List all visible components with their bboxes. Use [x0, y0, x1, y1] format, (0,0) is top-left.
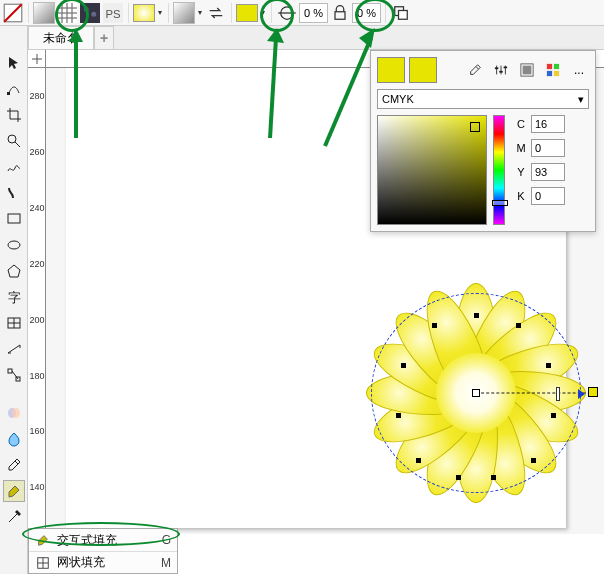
- flower-object[interactable]: [346, 263, 604, 523]
- secondary-color-swatch[interactable]: [409, 57, 437, 83]
- c-input[interactable]: [531, 115, 565, 133]
- ellipse-tool[interactable]: [3, 234, 25, 256]
- hue-indicator[interactable]: [492, 200, 508, 206]
- edit-node[interactable]: [531, 458, 536, 463]
- sliders-icon[interactable]: [491, 60, 511, 80]
- zoom-tool[interactable]: [3, 130, 25, 152]
- interactive-fill-tool[interactable]: [3, 480, 25, 502]
- ruler-tick: 160: [28, 426, 46, 436]
- svg-point-20: [8, 135, 16, 143]
- pick-tool[interactable]: [3, 52, 25, 74]
- svg-rect-42: [495, 67, 499, 69]
- start-node-swatch[interactable]: [173, 2, 195, 24]
- svg-rect-50: [554, 71, 559, 76]
- flyout-item-mesh-fill[interactable]: 网状填充 M: [29, 551, 177, 573]
- edit-node[interactable]: [551, 413, 556, 418]
- start-node-dropdown[interactable]: ▾: [196, 2, 204, 24]
- mesh-fill-icon: [35, 555, 51, 571]
- more-options-button[interactable]: ...: [569, 60, 589, 80]
- transparency-tool[interactable]: [3, 428, 25, 450]
- svg-rect-43: [499, 71, 503, 73]
- artistic-media-tool[interactable]: [3, 182, 25, 204]
- ruler-tick: 280: [28, 91, 46, 101]
- m-label: M: [515, 142, 527, 154]
- svg-rect-9: [80, 3, 100, 23]
- color-model-select[interactable]: CMYK ▾: [377, 89, 589, 109]
- gradient-end-handle[interactable]: [588, 387, 598, 397]
- svg-rect-48: [554, 64, 559, 69]
- text-tool[interactable]: 字: [3, 286, 25, 308]
- edit-node[interactable]: [456, 475, 461, 480]
- color-viewer-icon[interactable]: [517, 60, 537, 80]
- svg-rect-47: [547, 64, 552, 69]
- eyedropper-icon[interactable]: [465, 60, 485, 80]
- y-label: Y: [515, 166, 527, 178]
- edit-node[interactable]: [516, 323, 521, 328]
- ruler-tick: 180: [28, 371, 46, 381]
- texture-fill-button[interactable]: [79, 2, 101, 24]
- shape-tool[interactable]: [3, 78, 25, 100]
- k-input[interactable]: [531, 187, 565, 205]
- edit-node[interactable]: [474, 313, 479, 318]
- swap-colors-button[interactable]: [205, 2, 227, 24]
- lock-icon[interactable]: [329, 2, 351, 24]
- copy-props-button[interactable]: [390, 2, 412, 24]
- document-tab-active[interactable]: 未命名: [28, 26, 94, 49]
- gradient-mid-handle[interactable]: [556, 387, 560, 401]
- flyout-item-interactive-fill[interactable]: 交互式填充 G: [29, 529, 177, 551]
- document-tab-bar: 未命名 +: [28, 26, 604, 50]
- midpoint-spinner[interactable]: 0 %: [299, 3, 328, 23]
- uniform-fill-button[interactable]: [33, 2, 55, 24]
- svg-rect-46: [523, 66, 532, 75]
- palettes-icon[interactable]: [543, 60, 563, 80]
- ruler-origin[interactable]: [28, 50, 46, 68]
- edit-node[interactable]: [396, 413, 401, 418]
- no-fill-icon[interactable]: [2, 2, 24, 24]
- svg-line-29: [8, 345, 20, 353]
- outline-tool[interactable]: [3, 506, 25, 528]
- y-input[interactable]: [531, 163, 565, 181]
- eyedropper-tool[interactable]: [3, 454, 25, 476]
- svg-rect-19: [7, 92, 10, 95]
- end-node-dropdown[interactable]: ▾: [259, 2, 267, 24]
- color-docker: ... CMYK ▾ C M Y K: [370, 50, 596, 232]
- svg-point-11: [91, 11, 96, 16]
- primary-color-swatch[interactable]: [377, 57, 405, 83]
- ruler-tick: 260: [28, 147, 46, 157]
- end-node-swatch[interactable]: [236, 4, 258, 22]
- edit-node[interactable]: [432, 323, 437, 328]
- ruler-tick: 200: [28, 315, 46, 325]
- svg-line-21: [15, 142, 20, 147]
- edit-node[interactable]: [416, 458, 421, 463]
- postscript-fill-button[interactable]: PS: [102, 2, 124, 24]
- angle-spinner[interactable]: 0 %: [352, 3, 381, 23]
- svg-line-34: [12, 371, 18, 379]
- crop-tool[interactable]: [3, 104, 25, 126]
- pattern-fill-button[interactable]: [56, 2, 78, 24]
- svg-rect-32: [8, 369, 12, 373]
- fill-style-dropdown[interactable]: ▾: [156, 2, 164, 24]
- m-input[interactable]: [531, 139, 565, 157]
- edit-node[interactable]: [491, 475, 496, 480]
- free-transform-icon[interactable]: [276, 2, 298, 24]
- blend-tool[interactable]: [3, 402, 25, 424]
- color-field[interactable]: [377, 115, 487, 225]
- color-model-label: CMYK: [382, 93, 414, 105]
- polygon-tool[interactable]: [3, 260, 25, 282]
- flyout-item-label: 网状填充: [57, 554, 105, 571]
- edit-node[interactable]: [401, 363, 406, 368]
- hue-slider[interactable]: [493, 115, 505, 225]
- table-tool[interactable]: [3, 312, 25, 334]
- freehand-tool[interactable]: [3, 156, 25, 178]
- rectangle-tool[interactable]: [3, 208, 25, 230]
- edit-node[interactable]: [546, 363, 551, 368]
- c-label: C: [515, 118, 527, 130]
- cmyk-inputs: C M Y K: [515, 115, 565, 225]
- gradient-arrow-icon: [578, 389, 585, 399]
- dimension-tool[interactable]: [3, 338, 25, 360]
- connector-tool[interactable]: [3, 364, 25, 386]
- fill-style-swatch[interactable]: [133, 4, 155, 22]
- vertical-ruler[interactable]: 280 260 240 220 200 180 160 140: [28, 68, 46, 534]
- gradient-start-handle[interactable]: [472, 389, 480, 397]
- new-document-tab[interactable]: +: [94, 26, 114, 49]
